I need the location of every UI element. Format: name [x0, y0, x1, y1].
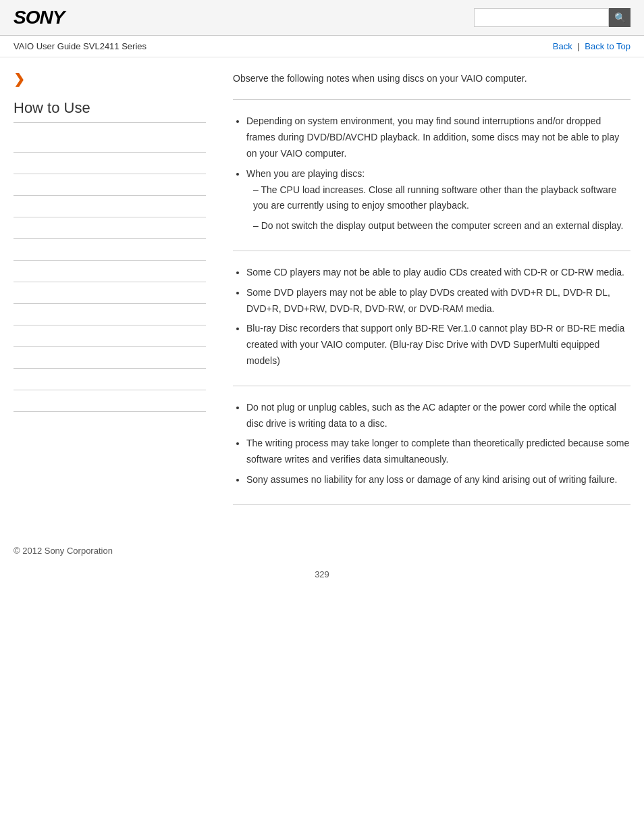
sidebar-title: How to Use — [14, 99, 206, 123]
back-to-top-link[interactable]: Back to Top — [585, 41, 630, 51]
breadcrumb: VAIO User Guide SVL2411 Series — [14, 41, 146, 51]
section2-item-2: Some DVD players may not be able to play… — [246, 285, 630, 317]
section3-list: Do not plug or unplug cables, such as th… — [233, 400, 630, 488]
section1-sublist: The CPU load increases. Close all runnin… — [246, 182, 630, 234]
search-input[interactable] — [474, 8, 609, 27]
content-section-3: Do not plug or unplug cables, such as th… — [233, 400, 630, 488]
content-intro: Observe the following notes when using d… — [233, 71, 630, 86]
section2-item-3: Blu-ray Disc recorders that support only… — [246, 321, 630, 369]
sidebar-nav-item[interactable] — [14, 196, 206, 217]
content-area: Observe the following notes when using d… — [219, 71, 630, 519]
sidebar: ❯ How to Use — [14, 71, 219, 519]
sidebar-nav-item[interactable] — [14, 304, 206, 325]
section-divider-3 — [233, 386, 630, 386]
section-divider-1 — [233, 99, 630, 100]
section1-item-2: When you are playing discs: The CPU load… — [246, 166, 630, 234]
sony-logo: SONY — [14, 7, 64, 28]
page-header: SONY 🔍 — [0, 0, 644, 36]
main-content: ❯ How to Use Observe the following notes… — [0, 57, 644, 532]
section1-item-1: Depending on system environment, you may… — [246, 113, 630, 161]
section2-item-1: Some CD players may not be able to play … — [246, 265, 630, 281]
sidebar-nav-item[interactable] — [14, 239, 206, 261]
section3-item-3: Sony assumes no liability for any loss o… — [246, 472, 630, 488]
nav-separator: | — [577, 41, 579, 51]
nav-bar: VAIO User Guide SVL2411 Series Back | Ba… — [0, 36, 644, 57]
sidebar-nav-item[interactable] — [14, 153, 206, 174]
section1-subitem-1: The CPU load increases. Close all runnin… — [253, 182, 630, 215]
search-icon: 🔍 — [614, 12, 626, 23]
sidebar-chevron-icon: ❯ — [14, 71, 206, 87]
nav-links: Back | Back to Top — [553, 41, 630, 51]
sidebar-nav-item[interactable] — [14, 369, 206, 390]
sidebar-nav-item[interactable] — [14, 174, 206, 196]
sidebar-nav-item[interactable] — [14, 390, 206, 412]
content-section-2: Some CD players may not be able to play … — [233, 265, 630, 369]
section-divider-4 — [233, 504, 630, 505]
back-link[interactable]: Back — [553, 41, 572, 51]
search-area: 🔍 — [474, 8, 630, 27]
section1-list: Depending on system environment, you may… — [233, 113, 630, 234]
sidebar-nav-item[interactable] — [14, 131, 206, 153]
sidebar-nav-item[interactable] — [14, 325, 206, 347]
sidebar-nav-item[interactable] — [14, 261, 206, 282]
sidebar-nav-item[interactable] — [14, 347, 206, 369]
section2-list: Some CD players may not be able to play … — [233, 265, 630, 369]
section1-subitem-2: Do not switch the display output between… — [253, 218, 630, 234]
section3-item-1: Do not plug or unplug cables, such as th… — [246, 400, 630, 432]
copyright: © 2012 Sony Corporation — [0, 532, 644, 569]
section3-item-2: The writing process may take longer to c… — [246, 436, 630, 468]
sidebar-nav-item[interactable] — [14, 282, 206, 304]
search-button[interactable]: 🔍 — [609, 8, 630, 27]
section-divider-2 — [233, 251, 630, 251]
content-section-1: Depending on system environment, you may… — [233, 113, 630, 234]
sidebar-nav-item[interactable] — [14, 217, 206, 239]
page-number: 329 — [0, 569, 644, 593]
sidebar-nav-list — [14, 131, 206, 412]
